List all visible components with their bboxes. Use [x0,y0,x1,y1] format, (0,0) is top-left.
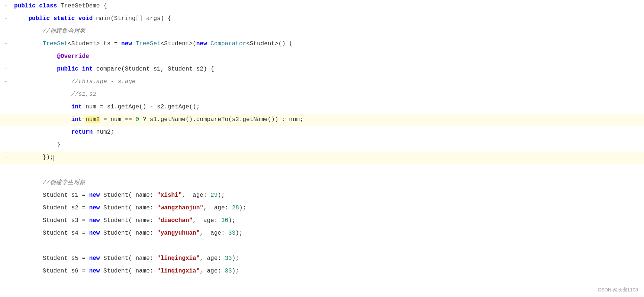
token: Student s2 = [14,205,89,211]
token: Student( name: [103,192,157,199]
token: //创建学生对象 [14,179,86,186]
token: return [71,129,96,136]
token: ); [235,230,242,236]
line-code: int num2 = num == 0 ? s1.getName().compa… [11,115,644,125]
token: TreeSetDemo { [61,3,107,9]
line-code: Student s4 = new Student( name: "yangyuh… [11,229,644,238]
code-line: Student s5 = new Student( name: "linqing… [0,252,644,265]
token: new [89,205,103,211]
code-line: −public class TreeSetDemo { [0,0,644,13]
code-line: int num = s1.getAge() - s2.getAge(); [0,101,644,114]
token [14,15,28,22]
line-code: }); [11,153,644,163]
line-code: Student s2 = new Student( name: "wangzha… [11,203,644,213]
token: num = s1.getAge() - s2.getAge(); [86,104,200,110]
token: Student s5 = [14,255,89,262]
code-line: − //s1,s2 [0,88,644,101]
token: public [28,15,53,22]
fold-icon[interactable]: − [3,16,9,22]
code-line: − public int compare(Student s1, Student… [0,63,644,76]
token: 33 [225,255,232,262]
code-area: −public class TreeSetDemo {− public stat… [0,0,644,278]
token [14,104,71,110]
token: Student( name: [103,255,157,262]
fold-icon[interactable]: − [3,3,9,9]
token: <Student> ts = [68,40,121,47]
line-code: public static void main(String[] args) { [11,14,644,24]
fold-icon[interactable]: − [3,41,9,47]
token: TreeSet [43,40,68,47]
token: "linqingxia" [157,255,200,262]
token: }); [14,154,54,161]
token: } [14,141,61,148]
token [14,129,71,136]
token: "diaochan" [157,217,193,224]
token: 33 [228,230,235,236]
line-code: //s1,s2 [11,90,644,99]
code-line: Student s3 = new Student( name: "diaocha… [0,215,644,227]
line-code: return num2; [11,128,644,137]
token: Student s3 = [14,217,89,224]
code-line [0,164,644,177]
token: Comparator [210,40,246,47]
code-line [0,240,644,252]
fold-icon[interactable]: − [3,155,9,161]
token: 30 [221,217,228,224]
token: int [71,104,86,110]
line-code [11,241,644,251]
line-code: Student s1 = new Student( name: "xishi",… [11,191,644,200]
gutter: − [0,66,11,72]
code-line: int num2 = num == 0 ? s1.getName().compa… [0,114,644,126]
line-code: public class TreeSetDemo { [11,1,644,11]
line-code: //创建学生对象 [11,178,644,188]
token: //this.age - s.age [14,78,135,85]
token: @Override [14,53,89,60]
code-line: − //this.age - s.age [0,76,644,88]
line-code: Student s3 = new Student( name: "diaocha… [11,216,644,226]
token: Student( name: [103,205,157,211]
code-line: − TreeSet<Student> ts = new TreeSet<Stud… [0,38,644,50]
token: new [121,40,135,47]
token: "linqingxia" [157,268,200,274]
line-code: TreeSet<Student> ts = new TreeSet<Studen… [11,39,644,49]
code-line: Student s2 = new Student( name: "wangzha… [0,202,644,215]
token: , age: [200,255,225,262]
token: 0 [135,116,139,123]
token: 28 [232,205,239,211]
fold-icon[interactable]: − [3,92,9,98]
code-line: Student s6 = new Student( name: "linqing… [0,265,644,278]
gutter: − [0,3,11,9]
line-code: //创建集合对象 [11,27,644,36]
token: ); [239,205,246,211]
token: "yangyuhuan" [157,230,200,236]
token [14,116,71,123]
token: ); [232,255,239,262]
token: void [78,15,96,22]
token: = num == [100,116,135,123]
gutter: − [0,92,11,98]
token: Student( name: [103,268,157,274]
code-line: //创建学生对象 [0,177,644,189]
line-code: public int compare(Student s1, Student s… [11,65,644,74]
token: new [89,268,103,274]
token: //s1,s2 [14,91,96,98]
token: Student s4 = [14,230,89,236]
code-line: − }); [0,151,644,164]
token: 29 [210,192,218,199]
fold-icon[interactable]: − [3,66,9,72]
token: , age: [182,192,210,199]
token: int [71,116,86,123]
token: , age: [200,230,228,236]
token [14,40,43,47]
token: Student s6 = [14,268,89,274]
line-code: int num = s1.getAge() - s2.getAge(); [11,102,644,112]
token: , age: [193,217,221,224]
token: TreeSet [135,40,160,47]
line-code [11,166,644,175]
token: num2; [96,129,114,136]
token: class [39,3,61,9]
gutter: − [0,41,11,47]
token: new [89,255,103,262]
fold-icon[interactable]: − [3,79,9,85]
token: Student( name: [103,217,157,224]
